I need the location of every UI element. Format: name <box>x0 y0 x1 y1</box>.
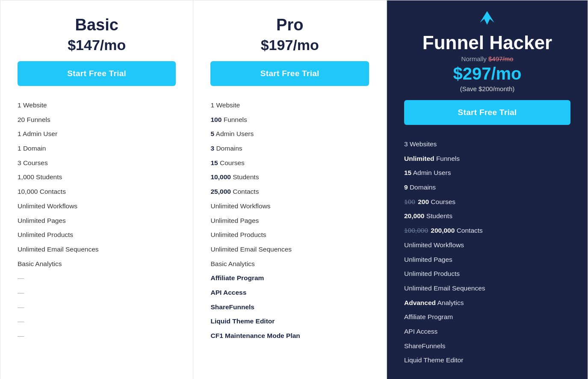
plan-title-basic: Basic <box>18 16 176 34</box>
feature-item: Unlimited Email Sequences <box>18 242 176 257</box>
feature-item: 20,000 Students <box>404 209 570 223</box>
plan-title-pro: Pro <box>210 16 369 34</box>
feature-item: API Access <box>404 324 570 339</box>
cta-button-funnel-hacker[interactable]: Start Free Trial <box>404 100 570 125</box>
feature-item: 100,000 200,000 Contacts <box>404 223 570 238</box>
feature-item: Unlimited Funnels <box>404 151 570 166</box>
feature-item: 1 Website <box>18 98 176 113</box>
feature-item-dash: — <box>18 314 176 329</box>
feature-item-dash: — <box>18 271 176 285</box>
plan-save-label: (Save $200/month) <box>404 85 570 92</box>
feature-item: 3 Domains <box>210 141 369 156</box>
feature-item: Unlimited Products <box>404 266 570 281</box>
feature-item: 20 Funnels <box>18 113 176 127</box>
feature-item: 10,000 Students <box>210 170 369 184</box>
feature-item: Unlimited Pages <box>404 252 570 267</box>
feature-item: Unlimited Products <box>18 228 176 242</box>
feature-item-dash: — <box>18 285 176 300</box>
plan-price-pro: $197/mo <box>210 37 369 53</box>
feature-item: 1 Domain <box>18 141 176 156</box>
plan-price-funnel-hacker: $297/mo <box>404 64 570 83</box>
feature-item: 10,000 Contacts <box>18 184 176 199</box>
feature-item: 100 Funnels <box>210 113 369 127</box>
feature-item: Basic Analytics <box>18 257 176 271</box>
feature-item: Unlimited Workflows <box>18 199 176 213</box>
feature-item: 15 Courses <box>210 156 369 170</box>
plan-card-basic: Basic $147/mo Start Free Trial 1 Website… <box>0 0 193 379</box>
feature-item: Unlimited Pages <box>18 213 176 228</box>
feature-item: ShareFunnels <box>404 339 570 353</box>
features-list-pro: 1 Website 100 Funnels 5 Admin Users 3 Do… <box>210 98 369 367</box>
feature-item: 3 Courses <box>18 156 176 170</box>
feature-item: 1,000 Students <box>18 170 176 184</box>
feature-item: Unlimited Workflows <box>210 199 369 213</box>
feature-item: Affiliate Program <box>404 310 570 324</box>
feature-item: Basic Analytics <box>210 257 369 271</box>
feature-item: 3 Websites <box>404 137 570 151</box>
feature-item: 15 Admin Users <box>404 166 570 180</box>
feature-item: CF1 Maintenance Mode Plan <box>210 329 369 343</box>
features-list-basic: 1 Website 20 Funnels 1 Admin User 1 Doma… <box>18 98 176 367</box>
feature-item: 100 200 Courses <box>404 195 570 209</box>
plan-card-pro: Pro $197/mo Start Free Trial 1 Website 1… <box>193 0 386 379</box>
feature-item: Advanced Analytics <box>404 296 570 310</box>
features-list-funnel-hacker: 3 Websites Unlimited Funnels 15 Admin Us… <box>404 137 570 367</box>
funnel-hacker-logo <box>404 9 570 28</box>
plan-price-basic: $147/mo <box>18 37 176 53</box>
feature-item: Unlimited Email Sequences <box>404 281 570 296</box>
feature-item: 1 Admin User <box>18 127 176 141</box>
feature-item: 25,000 Contacts <box>210 184 369 199</box>
feature-item-dash: — <box>18 329 176 343</box>
plan-title-funnel-hacker: Funnel Hacker <box>404 32 570 53</box>
feature-item: Liquid Theme Editor <box>210 314 369 329</box>
feature-item: Unlimited Products <box>210 228 369 242</box>
feature-item: Affiliate Program <box>210 271 369 285</box>
feature-item: 9 Domains <box>404 180 570 195</box>
cta-button-pro[interactable]: Start Free Trial <box>210 61 369 86</box>
feature-item: ShareFunnels <box>210 300 369 314</box>
feature-item: Unlimited Email Sequences <box>210 242 369 257</box>
feature-item: 1 Website <box>210 98 369 113</box>
pricing-container: Basic $147/mo Start Free Trial 1 Website… <box>0 0 588 379</box>
plan-card-funnel-hacker: Funnel Hacker Normally $497/mo $297/mo (… <box>387 0 588 379</box>
plan-original-price: $497/mo <box>488 55 513 62</box>
feature-item: Liquid Theme Editor <box>404 353 570 367</box>
feature-item: Unlimited Workflows <box>404 238 570 252</box>
feature-item: 5 Admin Users <box>210 127 369 141</box>
plan-normal-price: Normally $497/mo <box>404 55 570 62</box>
feature-item-dash: — <box>18 300 176 314</box>
feature-item: Unlimited Pages <box>210 213 369 228</box>
feature-item: API Access <box>210 285 369 300</box>
cta-button-basic[interactable]: Start Free Trial <box>18 61 176 86</box>
